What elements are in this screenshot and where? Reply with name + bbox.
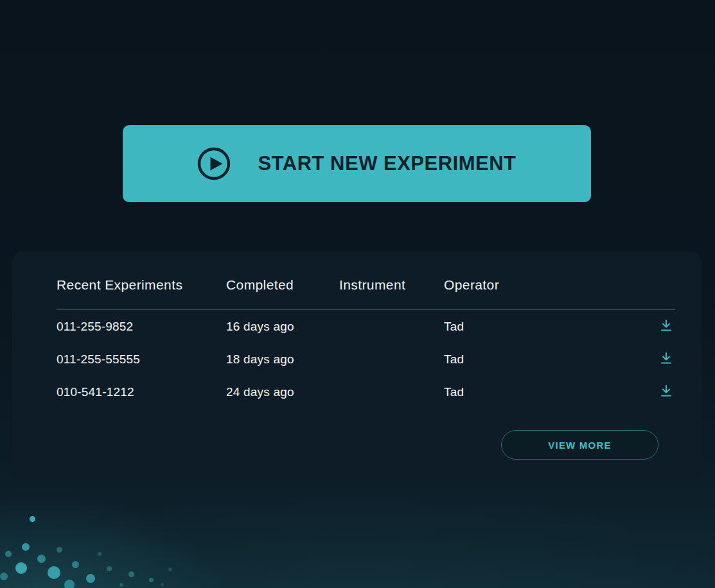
particle-dot [161, 583, 164, 586]
download-button[interactable] [657, 350, 675, 368]
start-new-experiment-button[interactable]: START NEW EXPERIMENT [123, 125, 591, 202]
experiment-id-cell: 010-541-1212 [57, 385, 226, 399]
particle-dot [37, 555, 46, 563]
particle-dot [5, 551, 12, 557]
completed-cell: 24 days ago [226, 385, 339, 399]
particle-dot [48, 566, 60, 579]
table-header-row: Recent Experiments Completed Instrument … [57, 252, 675, 310]
particle-dot [64, 580, 75, 588]
header-completed: Completed [226, 277, 339, 293]
operator-cell: Tad [444, 385, 649, 399]
particle-dot [107, 566, 112, 571]
download-button[interactable] [657, 383, 675, 401]
header-instrument: Instrument [339, 277, 444, 293]
operator-cell: Tad [444, 320, 649, 334]
operator-cell: Tad [444, 352, 649, 367]
particle-dot [119, 583, 123, 587]
experiment-id-cell: 011-255-9852 [57, 320, 226, 334]
particle-dot [128, 571, 134, 577]
particle-dot [15, 562, 27, 574]
play-icon [197, 147, 231, 180]
download-icon [659, 318, 673, 334]
dashboard-screen: START NEW EXPERIMENT Recent Experiments … [0, 0, 715, 588]
particle-dot [30, 516, 35, 522]
particle-dot [149, 578, 154, 582]
particle-dot [0, 573, 8, 580]
experiment-id-cell: 011-255-55555 [57, 352, 226, 367]
table-row: 011-255-55555 18 days ago Tad [57, 343, 675, 376]
particle-dot [98, 552, 102, 556]
particle-dot [86, 574, 95, 583]
completed-cell: 18 days ago [226, 352, 339, 367]
download-icon [659, 384, 673, 400]
header-operator: Operator [444, 277, 649, 293]
table-row: 010-541-1212 24 days ago Tad [57, 376, 675, 408]
experiments-table: Recent Experiments Completed Instrument … [57, 252, 675, 408]
particle-dot [168, 567, 172, 571]
header-recent-experiments: Recent Experiments [57, 277, 226, 293]
download-icon [659, 351, 673, 367]
download-button[interactable] [657, 318, 675, 336]
recent-experiments-card: Recent Experiments Completed Instrument … [12, 252, 702, 480]
view-more-button[interactable]: VIEW MORE [501, 430, 658, 460]
particle-dot [22, 543, 30, 551]
particle-dot [57, 547, 62, 553]
start-button-label: START NEW EXPERIMENT [258, 152, 516, 175]
particle-dot [72, 561, 79, 568]
table-row: 011-255-9852 16 days ago Tad [57, 310, 675, 343]
completed-cell: 16 days ago [226, 320, 339, 334]
